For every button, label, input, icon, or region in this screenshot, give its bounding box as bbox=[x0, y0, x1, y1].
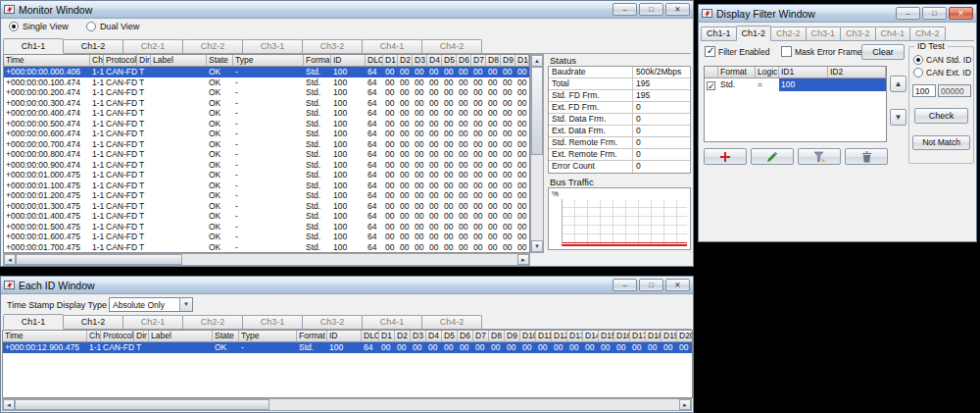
column-header-d3[interactable]: D3 bbox=[413, 55, 427, 67]
column-header-d16[interactable]: D16 bbox=[614, 331, 630, 342]
column-header-type[interactable]: Type bbox=[233, 55, 304, 67]
column-header-time[interactable]: Time bbox=[4, 55, 90, 67]
column-header-label[interactable]: Label bbox=[149, 331, 213, 342]
column-header-d13[interactable]: D13 bbox=[567, 331, 583, 342]
column-header-d5[interactable]: D5 bbox=[442, 331, 458, 342]
column-header-dir[interactable]: Dir bbox=[134, 331, 149, 342]
id-test-value-input[interactable]: 100 bbox=[912, 84, 936, 97]
table-row[interactable]: +000:00:00.100.4741-1CAN-FDTOK-Std.10064… bbox=[4, 77, 529, 88]
column-header-d6[interactable]: D6 bbox=[457, 55, 471, 67]
column-header-d4[interactable]: D4 bbox=[426, 331, 442, 342]
column-header-state[interactable]: State bbox=[207, 55, 233, 67]
column-header-dlc[interactable]: DLC bbox=[362, 331, 379, 342]
column-header-ch[interactable]: Ch bbox=[90, 55, 104, 67]
column-header-format[interactable]: Format bbox=[718, 67, 756, 78]
tab-ch1-2[interactable]: Ch1-2 bbox=[63, 39, 123, 53]
table-row[interactable]: +000:00:01.700.4751-1CAN-FDTOK-Std.10064… bbox=[4, 242, 529, 253]
column-header-d14[interactable]: D14 bbox=[583, 331, 599, 342]
minimize-icon[interactable]: – bbox=[896, 7, 920, 20]
column-header-id[interactable]: ID bbox=[327, 331, 362, 342]
monitor-titlebar[interactable]: Monitor Window – □ ✕ bbox=[1, 1, 693, 19]
tab-ch3-1[interactable]: Ch3-1 bbox=[806, 26, 842, 40]
scroll-track[interactable] bbox=[15, 399, 679, 410]
scroll-right-icon[interactable]: ► bbox=[517, 254, 529, 265]
tab-ch3-1[interactable]: Ch3-1 bbox=[242, 315, 303, 329]
column-header-d10[interactable]: D10 bbox=[520, 331, 536, 342]
column-header-dir[interactable]: Dir bbox=[137, 55, 151, 67]
table-row[interactable]: +000:00:01.400.4751-1CAN-FDTOK-Std.10064… bbox=[4, 211, 529, 222]
column-header-id1[interactable]: ID1 bbox=[779, 67, 828, 78]
monitor-vscrollbar[interactable]: ▲ ▼ bbox=[530, 54, 544, 253]
column-header-d15[interactable]: D15 bbox=[599, 331, 614, 342]
table-row[interactable]: +000:00:00.900.4741-1CAN-FDTOK-Std.10064… bbox=[4, 160, 529, 171]
scroll-down-icon[interactable]: ▼ bbox=[531, 240, 543, 252]
table-row[interactable]: +000:00:00.600.4741-1CAN-FDTOK-Std.10064… bbox=[4, 129, 529, 139]
tab-ch1-2[interactable]: Ch1-2 bbox=[63, 315, 123, 329]
column-header-d7[interactable]: D7 bbox=[471, 55, 486, 67]
column-header-type[interactable]: Type bbox=[239, 331, 297, 342]
each-id-titlebar[interactable]: Each ID Window – □ ✕ bbox=[1, 277, 693, 294]
column-header-logic[interactable]: Logic bbox=[756, 67, 779, 78]
column-header-d6[interactable]: D6 bbox=[458, 331, 473, 342]
scroll-up-icon[interactable]: ▲ bbox=[531, 55, 543, 67]
table-row[interactable]: +000:00:00.200.4741-1CAN-FDTOK-Std.10064… bbox=[4, 87, 529, 98]
tab-ch1-1[interactable]: Ch1-1 bbox=[701, 26, 737, 40]
tab-ch4-1[interactable]: Ch4-1 bbox=[362, 39, 422, 53]
column-header-d11[interactable]: D11 bbox=[536, 331, 552, 342]
each-id-hscrollbar[interactable]: ◄ ► bbox=[2, 398, 692, 411]
column-header-d19[interactable]: D19 bbox=[662, 331, 677, 342]
close-icon[interactable]: ✕ bbox=[949, 7, 973, 20]
tab-ch3-2[interactable]: Ch3-2 bbox=[302, 315, 363, 329]
table-row[interactable]: +000:00:01.100.4751-1CAN-FDTOK-Std.10064… bbox=[4, 181, 529, 191]
table-row[interactable]: +000:00:00.700.4741-1CAN-FDTOK-Std.10064… bbox=[4, 139, 529, 150]
tab-ch2-2[interactable]: Ch2-2 bbox=[182, 39, 243, 53]
column-header-enabled[interactable] bbox=[705, 67, 718, 78]
scroll-track[interactable] bbox=[531, 67, 543, 240]
column-header-d12[interactable]: D12 bbox=[552, 331, 567, 342]
scroll-left-icon[interactable]: ◄ bbox=[4, 254, 16, 265]
column-header-d7[interactable]: D7 bbox=[473, 331, 489, 342]
tab-ch4-2[interactable]: Ch4-2 bbox=[909, 26, 946, 40]
scroll-thumb[interactable] bbox=[15, 399, 270, 410]
tab-ch2-1[interactable]: Ch2-1 bbox=[122, 39, 183, 53]
column-header-state[interactable]: State bbox=[213, 331, 239, 342]
move-up-button[interactable]: ▲ bbox=[890, 76, 906, 92]
tab-ch3-2[interactable]: Ch3-2 bbox=[840, 26, 876, 40]
monitor-hscrollbar[interactable]: ◄ ► bbox=[3, 253, 530, 266]
column-header-id[interactable]: ID bbox=[331, 55, 366, 67]
tab-ch3-2[interactable]: Ch3-2 bbox=[302, 39, 363, 53]
column-header-protocol[interactable]: Protocol bbox=[101, 331, 134, 342]
column-header-d1[interactable]: D1 bbox=[379, 331, 395, 342]
column-header-d9[interactable]: D9 bbox=[501, 55, 515, 67]
column-header-d18[interactable]: D18 bbox=[646, 331, 662, 342]
table-row[interactable]: +000:00:01.600.4751-1CAN-FDTOK-Std.10064… bbox=[4, 232, 529, 242]
tab-ch1-2[interactable]: Ch1-2 bbox=[736, 26, 772, 41]
column-header-d1[interactable]: D1 bbox=[383, 55, 398, 67]
column-header-d5[interactable]: D5 bbox=[442, 55, 457, 67]
close-icon[interactable]: ✕ bbox=[665, 279, 690, 291]
restore-icon[interactable]: □ bbox=[639, 279, 663, 291]
column-header-format[interactable]: Format bbox=[304, 55, 331, 67]
filter-enabled-checkbox[interactable] bbox=[705, 46, 715, 57]
column-header-d4[interactable]: D4 bbox=[427, 55, 442, 67]
tab-ch2-2[interactable]: Ch2-2 bbox=[182, 315, 243, 329]
tab-ch4-1[interactable]: Ch4-1 bbox=[362, 315, 422, 329]
move-down-button[interactable]: ▼ bbox=[890, 109, 906, 126]
rule-enabled-checkbox[interactable] bbox=[707, 81, 715, 90]
table-row[interactable]: +000:00:00.800.4741-1CAN-FDTOK-Std.10064… bbox=[4, 149, 529, 160]
tab-ch1-1[interactable]: Ch1-1 bbox=[3, 38, 64, 54]
tab-ch1-1[interactable]: Ch1-1 bbox=[3, 314, 64, 330]
add-filter-button[interactable] bbox=[704, 148, 747, 165]
table-row[interactable]: +000:00:01.500.4751-1CAN-FDTOK-Std.10064… bbox=[4, 222, 529, 232]
column-header-dlc[interactable]: DLC bbox=[366, 55, 383, 67]
edit-filter-button[interactable] bbox=[751, 148, 794, 165]
tab-ch3-1[interactable]: Ch3-1 bbox=[242, 39, 303, 53]
table-row[interactable]: +000:00:00.400.4741-1CAN-FDTOK-Std.10064… bbox=[4, 108, 529, 119]
column-header-d17[interactable]: D17 bbox=[630, 331, 646, 342]
column-header-d8[interactable]: D8 bbox=[486, 55, 501, 67]
column-header-d10[interactable]: D10 bbox=[515, 55, 529, 67]
table-row[interactable]: +000:00:12.900.4751-1CAN-FDTOK-Std.10064… bbox=[3, 342, 692, 353]
filter-rule-row[interactable]: Std. = 100 bbox=[705, 78, 886, 91]
delete-filter-button[interactable] bbox=[845, 148, 888, 165]
column-header-time[interactable]: Time bbox=[3, 331, 87, 342]
